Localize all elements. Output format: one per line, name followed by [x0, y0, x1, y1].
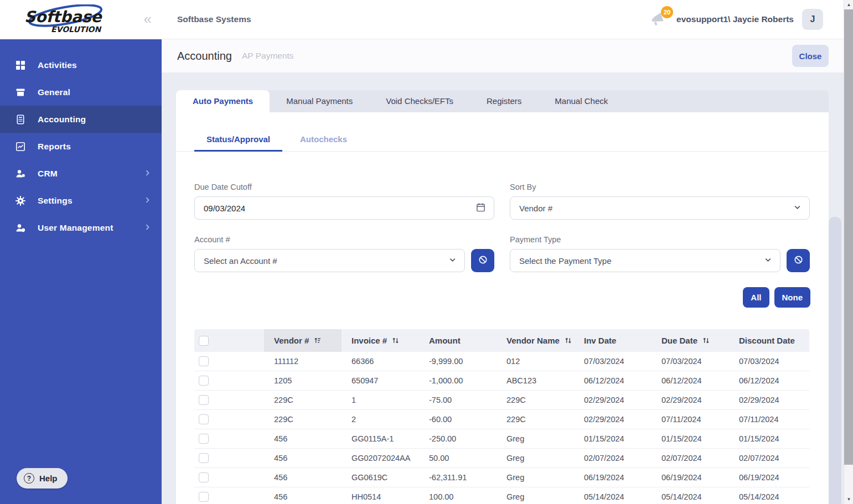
- sort-both-icon: [391, 336, 400, 345]
- sort-by-select[interactable]: Vendor #: [510, 196, 810, 220]
- column-label: Vendor Name: [506, 336, 560, 345]
- calendar-icon[interactable]: [475, 202, 486, 214]
- select-all-checkbox[interactable]: [199, 336, 209, 346]
- payment-type-select[interactable]: Select the Payment Type: [510, 249, 780, 272]
- cell-invoice: GG02072024AA: [342, 454, 419, 463]
- tab-manual-payments[interactable]: Manual Payments: [270, 90, 369, 112]
- account-placeholder: Select an Account #: [204, 256, 448, 266]
- close-button[interactable]: Close: [792, 45, 829, 67]
- help-button[interactable]: ? Help: [17, 468, 68, 489]
- checkbox-cell: [194, 356, 219, 366]
- topbar-right: 20 evosupport1\ Jaycie Roberts J: [648, 9, 823, 30]
- column-label: Due Date: [661, 336, 697, 345]
- cell-vendor-name: Greg: [497, 473, 574, 482]
- page-scrollbar[interactable]: ▲ ▼: [844, 0, 853, 504]
- cell-due-date: 06/12/2024: [652, 376, 729, 385]
- due-date-input[interactable]: [204, 204, 475, 213]
- chevron-down-icon: [764, 256, 772, 266]
- card-body: Status/ApprovalAutochecks Due Date Cutof…: [176, 112, 829, 504]
- cell-vendor-name: 229C: [497, 415, 574, 424]
- due-date-label: Due Date Cutoff: [194, 183, 494, 191]
- archive-icon: [14, 86, 27, 98]
- tab-auto-payments[interactable]: Auto Payments: [176, 90, 270, 112]
- row-checkbox[interactable]: [199, 492, 209, 502]
- column-header-invoice[interactable]: Invoice #: [342, 329, 419, 352]
- cell-vendor: 456: [264, 454, 342, 463]
- cell-vendor-name: 012: [497, 357, 574, 366]
- sidebar-collapse-icon[interactable]: «: [144, 12, 152, 28]
- table-body: 11111266366-9,999.0001207/03/202407/03/2…: [194, 352, 809, 504]
- column-label: Vendor #: [274, 336, 309, 345]
- checkbox-cell: [194, 453, 219, 463]
- logo-area: Softbase EVOLUTION «: [0, 0, 162, 39]
- cell-due-date: 06/19/2024: [652, 473, 729, 482]
- account-select[interactable]: Select an Account #: [194, 249, 465, 272]
- cell-discount-date: 02/29/2024: [729, 396, 809, 404]
- cell-amount: -60.00: [419, 415, 497, 424]
- row-checkbox[interactable]: [199, 453, 209, 463]
- page-header: Accounting AP Payments Close: [162, 39, 853, 72]
- table-row: 1205650947-1,000.00ABC12306/12/202406/12…: [194, 371, 809, 391]
- cell-invoice: HH0514: [342, 492, 419, 501]
- avatar[interactable]: J: [802, 9, 823, 30]
- svg-text:EVOLUTION: EVOLUTION: [51, 25, 102, 34]
- chart-icon: [14, 141, 27, 153]
- content-scrollbar-thumb[interactable]: [829, 217, 841, 504]
- topbar: Softbase Systems 20 evosupport1\ Jaycie …: [162, 0, 853, 39]
- sidebar-item-user-management[interactable]: User Management ›: [0, 214, 162, 241]
- sidebar-item-settings[interactable]: Settings ›: [0, 187, 162, 214]
- sidebar-item-accounting[interactable]: Accounting ›: [0, 106, 162, 133]
- account-group: Account # Select an Account #: [194, 235, 494, 272]
- table-row: 456GG02072024AA50.00Greg02/07/202402/07/…: [194, 449, 809, 468]
- column-header-vendor[interactable]: Vendor #: [264, 329, 342, 352]
- select-none-button[interactable]: None: [774, 287, 811, 308]
- clear-account-button[interactable]: [471, 249, 494, 272]
- scroll-up-arrow-icon[interactable]: ▲: [844, 0, 853, 9]
- block-icon: [478, 254, 488, 267]
- cell-discount-date: 02/07/2024: [729, 454, 809, 463]
- row-checkbox[interactable]: [199, 434, 209, 444]
- clear-payment-type-button[interactable]: [787, 249, 810, 272]
- tab-void-checks-efts[interactable]: Void Checks/EFTs: [369, 90, 470, 112]
- cell-amount: -75.00: [419, 396, 497, 404]
- sidebar: Softbase EVOLUTION « Activities › Genera…: [0, 0, 162, 504]
- sort-both-icon: [702, 336, 710, 345]
- sidebar-item-reports[interactable]: Reports ›: [0, 133, 162, 160]
- row-checkbox[interactable]: [199, 356, 209, 366]
- cell-vendor: 456: [264, 473, 342, 482]
- subtabs: Status/ApprovalAutochecks: [176, 112, 829, 152]
- cell-vendor-name: 229C: [497, 396, 574, 404]
- row-checkbox[interactable]: [199, 376, 209, 386]
- tab-registers[interactable]: Registers: [470, 90, 538, 112]
- cell-invoice: 1: [342, 396, 419, 404]
- column-header-vendor-name[interactable]: Vendor Name: [497, 329, 574, 352]
- scroll-down-arrow-icon[interactable]: ▼: [844, 495, 853, 504]
- row-checkbox[interactable]: [199, 414, 209, 424]
- subtab-status-approval[interactable]: Status/Approval: [194, 134, 282, 152]
- row-checkbox[interactable]: [199, 472, 209, 482]
- block-icon: [793, 254, 804, 267]
- checkbox-cell: [194, 376, 219, 386]
- checkbox-cell: [194, 395, 219, 405]
- sidebar-item-activities[interactable]: Activities ›: [0, 51, 162, 79]
- cell-invoice: 650947: [342, 376, 419, 385]
- column-header-due-date[interactable]: Due Date: [652, 329, 729, 352]
- sidebar-item-crm[interactable]: CRM ›: [0, 160, 162, 187]
- row-checkbox[interactable]: [199, 395, 209, 405]
- cell-vendor: 229C: [264, 396, 342, 404]
- cell-discount-date: 06/19/2024: [729, 473, 809, 482]
- column-label: Invoice #: [351, 336, 387, 345]
- notifications-button[interactable]: 20: [648, 10, 668, 29]
- select-all-button[interactable]: All: [743, 287, 769, 308]
- page-scrollbar-thumb[interactable]: [844, 9, 853, 465]
- cell-discount-date: 06/12/2024: [729, 376, 809, 385]
- content: Auto PaymentsManual PaymentsVoid Checks/…: [162, 72, 853, 504]
- ap-payments-card: Auto PaymentsManual PaymentsVoid Checks/…: [176, 90, 829, 504]
- subtab-autochecks[interactable]: Autochecks: [282, 134, 365, 152]
- table-row: 456HH0514100.00Greg05/14/202405/14/20240…: [194, 487, 809, 504]
- sort-by-value: Vendor #: [519, 204, 793, 213]
- softbase-logo: Softbase EVOLUTION: [22, 4, 121, 35]
- tab-manual-check[interactable]: Manual Check: [538, 90, 624, 112]
- cell-amount: -9,999.00: [419, 357, 497, 366]
- sidebar-item-general[interactable]: General ›: [0, 79, 162, 106]
